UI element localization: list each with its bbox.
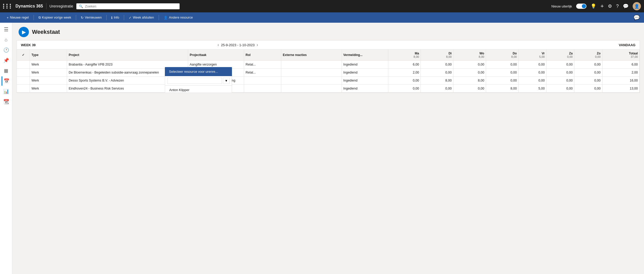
side-chat-icon[interactable]: 💬	[633, 14, 640, 21]
sidebar-item-dashboard[interactable]: ▦	[2, 66, 11, 75]
new-look-toggle[interactable]	[576, 4, 586, 9]
cmd-sep-4	[124, 15, 124, 20]
table-row[interactable]: Werk Eindhoven24 - Business Risk Service…	[17, 85, 640, 93]
week-range: 25-9-2023 - 1-10-2023	[221, 43, 255, 47]
page-header: ▶ Weekstaat	[12, 23, 644, 40]
row-do: 0,00	[486, 77, 518, 85]
main-layout: ☰ ⌂ 🕐 📌 ▦ 📅 📊 📆 ▶ Weekstaat WEEK 39 ‹ 25…	[0, 23, 644, 274]
info-icon: ℹ	[111, 16, 112, 20]
row-ma: 6,00	[388, 61, 421, 69]
row-role: Relat...	[244, 69, 281, 77]
sidebar-item-home[interactable]: ⌂	[2, 35, 11, 44]
table-row[interactable]: Werk Brabantia - Aangifte VPB 2023 Aangi…	[17, 61, 640, 69]
col-di: Di8,00	[421, 50, 453, 61]
info-label: Info	[114, 16, 119, 19]
col-za: Za0,00	[546, 50, 574, 61]
add-icon[interactable]: +	[600, 3, 604, 10]
row-di: 0,00	[421, 69, 453, 77]
row-do: 8,00	[486, 85, 518, 93]
row-check	[17, 69, 30, 77]
new-look-label: Nieuw uiterlijk	[551, 4, 572, 8]
row-wo: 8,00	[453, 77, 486, 85]
copy-icon: ⧉	[38, 15, 41, 20]
sidebar-item-menu[interactable]: ☰	[2, 25, 11, 34]
row-check	[17, 85, 30, 93]
col-totaal: Totaal37,00	[602, 50, 639, 61]
table-row[interactable]: Werk Desso Sports Systems B.V. - Advieze…	[17, 77, 640, 85]
dropdown-input-row: ▼	[165, 76, 232, 86]
today-button[interactable]: VANDAAG	[619, 43, 635, 47]
sidebar-item-pinned[interactable]: 📌	[2, 56, 11, 65]
row-extern	[281, 69, 342, 77]
main-content: ▶ Weekstaat WEEK 39 ‹ 25-9-2023 - 1-10-2…	[12, 23, 644, 274]
dropdown-search-input[interactable]	[167, 78, 222, 84]
dropdown-list: Anton KlipperChris KuipersFelix WiedemaM…	[165, 86, 232, 93]
copy-week-button[interactable]: ⧉ Kopieer vorige week	[36, 14, 74, 21]
row-do: 0,00	[486, 61, 518, 69]
chevron-right-icon: ▶	[22, 29, 26, 35]
sidebar-item-schedule[interactable]: 📆	[2, 97, 11, 106]
col-task: Projecttaak	[188, 50, 244, 61]
row-totaal: 16,00	[602, 77, 639, 85]
week-label: WEEK 39	[21, 43, 36, 47]
row-za: 0,00	[546, 61, 574, 69]
lightbulb-icon[interactable]: 💡	[591, 3, 596, 9]
nav-right: Nieuw uiterlijk 💡 + ⚙ ? 💬 👤	[551, 2, 641, 10]
row-ma: 2,00	[388, 69, 421, 77]
table-header-row: ✓ Type Project Projecttaak Rol Externe r…	[17, 50, 640, 61]
col-type: Type	[30, 50, 67, 61]
settings-icon[interactable]: ⚙	[608, 3, 612, 9]
row-do: 0,00	[486, 69, 518, 77]
close-week-button[interactable]: ✓ Week afsluiten	[126, 15, 157, 21]
col-do: Do8,00	[486, 50, 518, 61]
row-zo: 0,00	[574, 61, 602, 69]
row-vr: 0,00	[518, 61, 546, 69]
row-wo: 0,00	[453, 85, 486, 93]
row-extern	[281, 85, 342, 93]
col-zo: Zo0,00	[574, 50, 602, 61]
top-navigation: Dynamics 365 Urenregistratie 🔍 Nieuw uit…	[0, 0, 644, 12]
row-totaal: 6,00	[602, 61, 639, 69]
row-type: Werk	[30, 85, 67, 93]
row-vermelding: Ingediend	[342, 77, 388, 85]
refresh-label: Vernieuwen	[85, 16, 102, 19]
prev-week-button[interactable]: ‹	[218, 43, 219, 47]
refresh-button[interactable]: ↻ Vernieuwen	[78, 15, 104, 21]
week-navigation: ‹ 25-9-2023 - 1-10-2023 ›	[218, 43, 258, 47]
next-week-button[interactable]: ›	[257, 43, 258, 47]
user-avatar[interactable]: 👤	[633, 2, 641, 10]
search-input[interactable]	[85, 4, 177, 8]
app-grid-icon[interactable]	[3, 4, 12, 9]
checkmark-icon: ✓	[129, 16, 132, 20]
chat-icon[interactable]: 💬	[623, 3, 629, 9]
nav-divider	[46, 3, 46, 9]
row-di: 8,00	[421, 77, 453, 85]
row-role	[244, 77, 281, 85]
new-row-button[interactable]: + Nieuwe regel	[4, 15, 31, 21]
sidebar-item-reports[interactable]: 📊	[2, 87, 11, 96]
dropdown-item[interactable]: Anton Klipper	[165, 86, 232, 93]
row-vr: 0,00	[518, 69, 546, 77]
row-zo: 0,00	[574, 85, 602, 93]
sidebar-item-calendar[interactable]: 📅	[2, 76, 11, 86]
row-di: 0,00	[421, 61, 453, 69]
row-vr: 5,00	[518, 85, 546, 93]
row-za: 0,00	[546, 69, 574, 77]
week-header: WEEK 39 ‹ 25-9-2023 - 1-10-2023 › VANDAA…	[17, 40, 640, 49]
table-row[interactable]: Werk De Bloemenkas - Begeleiden subsidie…	[17, 69, 640, 77]
row-type: Werk	[30, 61, 67, 69]
search-bar[interactable]: 🔍	[76, 3, 180, 9]
help-icon[interactable]: ?	[616, 4, 619, 9]
dropdown-caret-button[interactable]: ▼	[223, 78, 230, 84]
other-resource-button[interactable]: 👤 Andere resource	[161, 15, 195, 21]
plus-icon: +	[7, 16, 9, 20]
search-icon: 🔍	[79, 4, 83, 8]
info-button[interactable]: ℹ Info	[109, 15, 122, 21]
row-zo: 0,00	[574, 69, 602, 77]
sidebar-item-recent[interactable]: 🕐	[2, 45, 11, 55]
row-extern	[281, 77, 342, 85]
col-check: ✓	[17, 50, 30, 61]
dropdown-header: Selecteer resource voor urenre...	[165, 67, 232, 76]
row-wo: 0,00	[453, 69, 486, 77]
col-extern: Externe reacties	[281, 50, 342, 61]
